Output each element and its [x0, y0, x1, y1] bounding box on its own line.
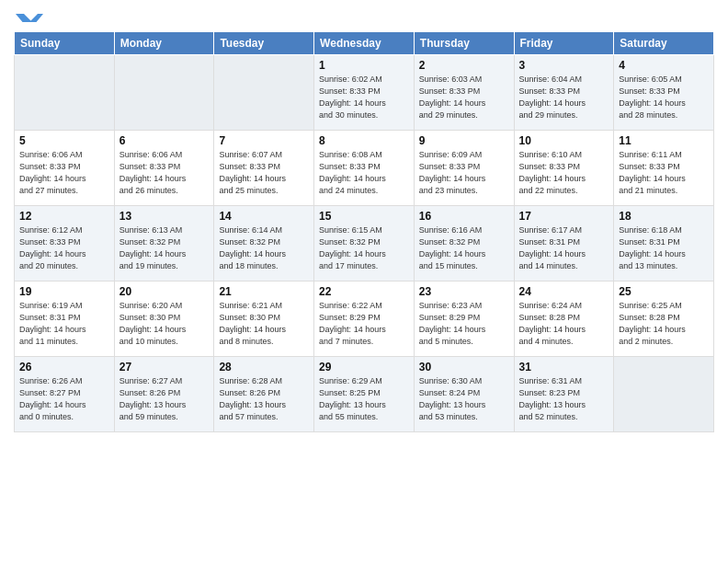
day-info: Sunrise: 6:07 AM Sunset: 8:33 PM Dayligh…: [219, 149, 309, 197]
day-number: 15: [319, 210, 409, 223]
logo-icon: [16, 9, 43, 24]
logo-text: [14, 9, 43, 26]
day-info: Sunrise: 6:10 AM Sunset: 8:33 PM Dayligh…: [519, 149, 609, 197]
day-info: Sunrise: 6:20 AM Sunset: 8:30 PM Dayligh…: [119, 300, 210, 348]
calendar-cell: 5Sunrise: 6:06 AM Sunset: 8:33 PM Daylig…: [15, 131, 115, 206]
calendar-cell: 17Sunrise: 6:17 AM Sunset: 8:31 PM Dayli…: [514, 206, 614, 282]
calendar-cell: 8Sunrise: 6:08 AM Sunset: 8:33 PM Daylig…: [314, 131, 415, 206]
header: [14, 9, 714, 26]
calendar-cell: 16Sunrise: 6:16 AM Sunset: 8:32 PM Dayli…: [414, 206, 514, 282]
day-info: Sunrise: 6:09 AM Sunset: 8:33 PM Dayligh…: [419, 149, 509, 197]
day-number: 3: [519, 59, 609, 72]
calendar-cell: 3Sunrise: 6:04 AM Sunset: 8:33 PM Daylig…: [514, 55, 614, 131]
day-info: Sunrise: 6:03 AM Sunset: 8:33 PM Dayligh…: [419, 74, 509, 121]
day-info: Sunrise: 6:16 AM Sunset: 8:32 PM Dayligh…: [419, 224, 509, 272]
calendar-cell: [114, 55, 214, 131]
day-number: 24: [519, 285, 609, 298]
calendar-cell: 20Sunrise: 6:20 AM Sunset: 8:30 PM Dayli…: [114, 282, 214, 357]
calendar-cell: 11Sunrise: 6:11 AM Sunset: 8:33 PM Dayli…: [614, 131, 714, 206]
day-info: Sunrise: 6:15 AM Sunset: 8:32 PM Dayligh…: [319, 224, 409, 272]
calendar-cell: 26Sunrise: 6:26 AM Sunset: 8:27 PM Dayli…: [15, 357, 115, 432]
day-number: 8: [319, 134, 409, 147]
day-info: Sunrise: 6:25 AM Sunset: 8:28 PM Dayligh…: [619, 300, 709, 348]
page: SundayMondayTuesdayWednesdayThursdayFrid…: [0, 0, 728, 563]
weekday-friday: Friday: [514, 32, 614, 55]
calendar-cell: 6Sunrise: 6:06 AM Sunset: 8:33 PM Daylig…: [114, 131, 214, 206]
weekday-wednesday: Wednesday: [314, 32, 415, 55]
day-number: 27: [119, 361, 210, 373]
calendar-cell: [214, 55, 314, 131]
day-number: 31: [519, 361, 609, 373]
calendar-cell: 12Sunrise: 6:12 AM Sunset: 8:33 PM Dayli…: [15, 206, 115, 282]
weekday-monday: Monday: [114, 32, 214, 55]
day-number: 22: [319, 285, 409, 298]
calendar-cell: 18Sunrise: 6:18 AM Sunset: 8:31 PM Dayli…: [614, 206, 714, 282]
day-info: Sunrise: 6:21 AM Sunset: 8:30 PM Dayligh…: [219, 300, 309, 348]
day-info: Sunrise: 6:31 AM Sunset: 8:23 PM Dayligh…: [519, 375, 609, 423]
day-info: Sunrise: 6:04 AM Sunset: 8:33 PM Dayligh…: [519, 74, 609, 121]
day-info: Sunrise: 6:05 AM Sunset: 8:33 PM Dayligh…: [619, 74, 709, 121]
day-number: 19: [19, 285, 109, 298]
day-info: Sunrise: 6:12 AM Sunset: 8:33 PM Dayligh…: [19, 224, 109, 272]
calendar-cell: 7Sunrise: 6:07 AM Sunset: 8:33 PM Daylig…: [214, 131, 314, 206]
day-info: Sunrise: 6:13 AM Sunset: 8:32 PM Dayligh…: [119, 224, 210, 272]
calendar-cell: 21Sunrise: 6:21 AM Sunset: 8:30 PM Dayli…: [214, 282, 314, 357]
calendar-cell: 14Sunrise: 6:14 AM Sunset: 8:32 PM Dayli…: [214, 206, 314, 282]
day-number: 28: [219, 361, 309, 373]
day-number: 6: [119, 134, 210, 147]
day-info: Sunrise: 6:17 AM Sunset: 8:31 PM Dayligh…: [519, 224, 609, 272]
day-info: Sunrise: 6:26 AM Sunset: 8:27 PM Dayligh…: [19, 375, 109, 423]
day-number: 11: [619, 134, 709, 147]
day-number: 7: [219, 134, 309, 147]
day-number: 25: [619, 285, 709, 298]
calendar-cell: 19Sunrise: 6:19 AM Sunset: 8:31 PM Dayli…: [15, 282, 115, 357]
week-row-4: 19Sunrise: 6:19 AM Sunset: 8:31 PM Dayli…: [15, 282, 714, 357]
calendar-cell: 4Sunrise: 6:05 AM Sunset: 8:33 PM Daylig…: [614, 55, 714, 131]
calendar-cell: 23Sunrise: 6:23 AM Sunset: 8:29 PM Dayli…: [414, 282, 514, 357]
calendar-cell: 28Sunrise: 6:28 AM Sunset: 8:26 PM Dayli…: [214, 357, 314, 432]
day-info: Sunrise: 6:19 AM Sunset: 8:31 PM Dayligh…: [19, 300, 109, 348]
day-number: 13: [119, 210, 210, 223]
day-info: Sunrise: 6:18 AM Sunset: 8:31 PM Dayligh…: [619, 224, 709, 272]
calendar-cell: [614, 357, 714, 432]
calendar-cell: [15, 55, 115, 131]
weekday-tuesday: Tuesday: [214, 32, 314, 55]
calendar-cell: 2Sunrise: 6:03 AM Sunset: 8:33 PM Daylig…: [414, 55, 514, 131]
day-number: 10: [519, 134, 609, 147]
day-info: Sunrise: 6:23 AM Sunset: 8:29 PM Dayligh…: [419, 300, 509, 348]
week-row-1: 1Sunrise: 6:02 AM Sunset: 8:33 PM Daylig…: [15, 55, 714, 131]
calendar-cell: 30Sunrise: 6:30 AM Sunset: 8:24 PM Dayli…: [414, 357, 514, 432]
week-row-2: 5Sunrise: 6:06 AM Sunset: 8:33 PM Daylig…: [15, 131, 714, 206]
day-number: 30: [419, 361, 509, 373]
day-number: 21: [219, 285, 309, 298]
day-info: Sunrise: 6:30 AM Sunset: 8:24 PM Dayligh…: [419, 375, 509, 423]
day-info: Sunrise: 6:06 AM Sunset: 8:33 PM Dayligh…: [19, 149, 109, 197]
calendar-cell: 13Sunrise: 6:13 AM Sunset: 8:32 PM Dayli…: [114, 206, 214, 282]
day-number: 29: [319, 361, 409, 373]
day-number: 17: [519, 210, 609, 223]
week-row-3: 12Sunrise: 6:12 AM Sunset: 8:33 PM Dayli…: [15, 206, 714, 282]
day-info: Sunrise: 6:11 AM Sunset: 8:33 PM Dayligh…: [619, 149, 709, 197]
day-number: 2: [419, 59, 509, 72]
logo: [14, 9, 43, 26]
calendar-cell: 9Sunrise: 6:09 AM Sunset: 8:33 PM Daylig…: [414, 131, 514, 206]
calendar-cell: 1Sunrise: 6:02 AM Sunset: 8:33 PM Daylig…: [314, 55, 415, 131]
svg-marker-0: [16, 14, 43, 22]
day-info: Sunrise: 6:24 AM Sunset: 8:28 PM Dayligh…: [519, 300, 609, 348]
week-row-5: 26Sunrise: 6:26 AM Sunset: 8:27 PM Dayli…: [15, 357, 714, 432]
day-info: Sunrise: 6:06 AM Sunset: 8:33 PM Dayligh…: [119, 149, 210, 197]
weekday-thursday: Thursday: [414, 32, 514, 55]
day-info: Sunrise: 6:22 AM Sunset: 8:29 PM Dayligh…: [319, 300, 409, 348]
calendar-cell: 15Sunrise: 6:15 AM Sunset: 8:32 PM Dayli…: [314, 206, 415, 282]
day-number: 9: [419, 134, 509, 147]
calendar: SundayMondayTuesdayWednesdayThursdayFrid…: [14, 31, 714, 432]
calendar-cell: 10Sunrise: 6:10 AM Sunset: 8:33 PM Dayli…: [514, 131, 614, 206]
day-number: 4: [619, 59, 709, 72]
day-number: 5: [19, 134, 109, 147]
calendar-cell: 22Sunrise: 6:22 AM Sunset: 8:29 PM Dayli…: [314, 282, 415, 357]
day-number: 16: [419, 210, 509, 223]
day-info: Sunrise: 6:02 AM Sunset: 8:33 PM Dayligh…: [319, 74, 409, 121]
day-info: Sunrise: 6:27 AM Sunset: 8:26 PM Dayligh…: [119, 375, 210, 423]
day-info: Sunrise: 6:28 AM Sunset: 8:26 PM Dayligh…: [219, 375, 309, 423]
day-number: 1: [319, 59, 409, 72]
